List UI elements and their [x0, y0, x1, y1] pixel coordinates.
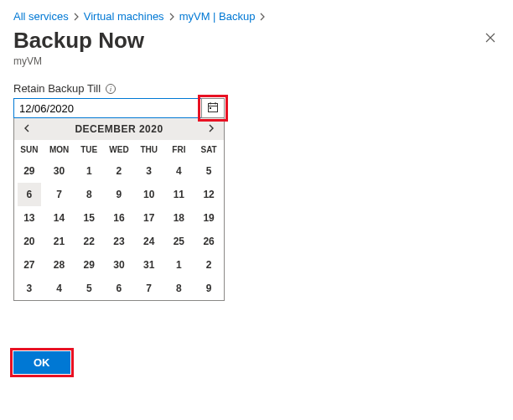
- calendar-day[interactable]: 5: [197, 159, 220, 183]
- breadcrumb-link-all-services[interactable]: All services: [13, 10, 69, 23]
- calendar-day[interactable]: 29: [77, 253, 101, 277]
- calendar-day[interactable]: 10: [137, 183, 161, 206]
- calendar-day[interactable]: 29: [18, 159, 41, 183]
- calendar-day[interactable]: 15: [77, 206, 101, 230]
- calendar-dow: TUE: [74, 140, 104, 159]
- calendar-day[interactable]: 24: [137, 230, 161, 253]
- calendar-prev-month-button[interactable]: [19, 122, 34, 137]
- calendar-day[interactable]: 2: [107, 159, 131, 183]
- calendar-week-row: 3456789: [14, 277, 224, 300]
- calendar-day[interactable]: 3: [18, 277, 41, 300]
- date-picker-calendar: DECEMBER 2020 SUN MON TUE WED THU FRI SA…: [13, 117, 225, 301]
- calendar-day[interactable]: 25: [167, 230, 190, 253]
- calendar-day[interactable]: 1: [77, 159, 101, 183]
- calendar-day[interactable]: 4: [167, 159, 190, 183]
- calendar-dow: MON: [44, 140, 75, 159]
- calendar-day[interactable]: 12: [197, 183, 220, 206]
- chevron-right-icon: [168, 13, 176, 21]
- calendar-day[interactable]: 7: [137, 277, 161, 300]
- breadcrumb-link-myvm-backup[interactable]: myVM | Backup: [179, 10, 256, 23]
- calendar-day[interactable]: 20: [18, 230, 41, 253]
- calendar-day[interactable]: 19: [197, 206, 220, 230]
- calendar-week-row: 293012345: [14, 159, 224, 183]
- calendar-dow: SAT: [194, 140, 224, 159]
- calendar-day[interactable]: 3: [137, 159, 161, 183]
- calendar-day[interactable]: 18: [167, 206, 190, 230]
- calendar-day[interactable]: 30: [107, 253, 131, 277]
- close-icon: [484, 30, 496, 47]
- calendar-dow-row: SUN MON TUE WED THU FRI SAT: [14, 140, 224, 159]
- calendar-day[interactable]: 9: [107, 183, 131, 206]
- calendar-day[interactable]: 31: [137, 253, 161, 277]
- calendar-week-row: 272829303112: [14, 253, 224, 277]
- chevron-right-icon: [72, 13, 80, 21]
- calendar-day[interactable]: 17: [137, 206, 161, 230]
- calendar-day[interactable]: 9: [197, 277, 220, 300]
- calendar-week-row: 13141516171819: [14, 206, 224, 230]
- info-icon[interactable]: i: [106, 84, 116, 94]
- calendar-day[interactable]: 30: [48, 159, 71, 183]
- page-subtitle: myVM: [13, 55, 144, 67]
- calendar-week-row: 20212223242526: [14, 230, 224, 253]
- breadcrumb-link-virtual-machines[interactable]: Virtual machines: [84, 10, 164, 23]
- calendar-day[interactable]: 7: [48, 183, 71, 206]
- retain-backup-date-input[interactable]: [13, 98, 201, 118]
- calendar-day[interactable]: 4: [48, 277, 71, 300]
- svg-rect-4: [210, 107, 211, 109]
- chevron-right-icon: [207, 123, 215, 135]
- calendar-day[interactable]: 6: [107, 277, 131, 300]
- calendar-month-label: DECEMBER 2020: [75, 123, 163, 135]
- calendar-icon: [207, 101, 219, 116]
- calendar-day[interactable]: 26: [197, 230, 220, 253]
- calendar-day[interactable]: 28: [48, 253, 71, 277]
- calendar-day[interactable]: 8: [77, 183, 101, 206]
- retain-backup-label: Retain Backup Till: [13, 82, 101, 95]
- ok-button[interactable]: OK: [13, 351, 70, 374]
- calendar-next-month-button[interactable]: [204, 122, 219, 137]
- chevron-left-icon: [23, 123, 31, 135]
- calendar-day[interactable]: 27: [18, 253, 41, 277]
- calendar-toggle-button[interactable]: [201, 98, 225, 118]
- calendar-day[interactable]: 21: [48, 230, 71, 253]
- calendar-day[interactable]: 14: [48, 206, 71, 230]
- calendar-dow: THU: [134, 140, 164, 159]
- calendar-day[interactable]: 5: [77, 277, 101, 300]
- chevron-right-icon: [258, 13, 267, 21]
- calendar-day[interactable]: 11: [167, 183, 190, 206]
- calendar-day[interactable]: 2: [197, 253, 220, 277]
- calendar-day[interactable]: 13: [18, 206, 41, 230]
- calendar-week-row: 6789101112: [14, 183, 224, 206]
- calendar-day[interactable]: 6: [18, 183, 41, 206]
- calendar-dow: SUN: [14, 140, 44, 159]
- close-button[interactable]: [481, 28, 500, 49]
- calendar-dow: FRI: [164, 140, 194, 159]
- page-title: Backup Now: [13, 28, 144, 54]
- calendar-day[interactable]: 23: [107, 230, 131, 253]
- calendar-day[interactable]: 22: [77, 230, 101, 253]
- calendar-day[interactable]: 8: [167, 277, 190, 300]
- calendar-day[interactable]: 1: [167, 253, 190, 277]
- calendar-day[interactable]: 16: [107, 206, 131, 230]
- calendar-dow: WED: [104, 140, 134, 159]
- breadcrumb: All services Virtual machines myVM | Bac…: [13, 10, 500, 23]
